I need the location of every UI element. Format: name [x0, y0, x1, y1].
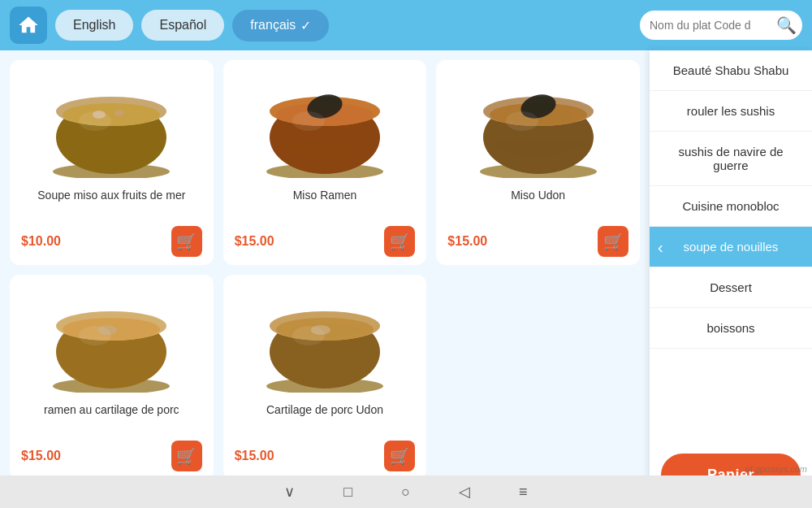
product-card-miso-mer: Soupe miso aux fruits de mer $10.00 🛒 — [10, 60, 214, 265]
nav-menu[interactable]: ≡ — [519, 484, 528, 501]
product-footer-miso-mer: $10.00 🛒 — [18, 223, 205, 257]
svg-point-7 — [79, 111, 111, 131]
home-button[interactable] — [10, 7, 47, 44]
search-input[interactable] — [650, 19, 771, 32]
product-card-cartilage-udon: Cartilage de porc Udon $15.00 🛒 — [223, 275, 427, 480]
product-card-miso-ramen: Miso Ramen $15.00 🛒 — [223, 60, 427, 265]
watermark: pt.gpossys.com — [745, 464, 807, 474]
menu-item-boissons[interactable]: boissons — [650, 308, 812, 349]
nav-bar: ∨ □ ○ ◁ ≡ — [0, 475, 812, 508]
svg-point-6 — [114, 110, 124, 116]
product-footer-ramen-cartilage: $15.00 🛒 — [18, 437, 205, 471]
product-card-miso-udon: Miso Udon $15.00 🛒 — [436, 60, 640, 265]
product-price-miso-ramen: $15.00 — [235, 234, 274, 249]
add-to-cart-cartilage-udon[interactable]: 🛒 — [384, 441, 415, 471]
sidebar: Beauté Shabu Shaburouler les sushissushi… — [650, 50, 812, 508]
product-image-ramen-cartilage — [42, 283, 180, 397]
product-footer-miso-ramen: $15.00 🛒 — [231, 223, 419, 257]
header: English Español français ✓ 🔍 — [0, 0, 812, 50]
espanol-lang-button[interactable]: Español — [141, 10, 224, 41]
francais-lang-button[interactable]: français ✓ — [232, 10, 329, 41]
product-price-cartilage-udon: $15.00 — [235, 449, 274, 463]
product-card-ramen-cartilage: ramen au cartilage de porc $15.00 🛒 — [10, 275, 214, 480]
menu-item-soupe-nouilles[interactable]: soupe de nouilles — [650, 227, 812, 267]
sidebar-menu: Beauté Shabu Shaburouler les sushissushi… — [650, 50, 812, 445]
menu-item-rouler-sushis[interactable]: rouler les sushis — [650, 91, 812, 132]
menu-item-cuisine-monobloc[interactable]: Cuisine monobloc — [650, 186, 812, 227]
svg-point-15 — [292, 111, 325, 131]
product-image-cartilage-udon — [256, 283, 394, 397]
home-icon — [17, 14, 40, 37]
product-price-miso-mer: $10.00 — [21, 234, 61, 249]
svg-point-37 — [292, 326, 325, 345]
english-lang-button[interactable]: English — [55, 10, 133, 41]
product-name-miso-mer: Soupe miso aux fruits de mer — [37, 189, 185, 218]
add-to-cart-miso-ramen[interactable]: 🛒 — [384, 226, 415, 257]
main-content: Soupe miso aux fruits de mer $10.00 🛒 — [0, 50, 812, 508]
product-name-miso-ramen: Miso Ramen — [293, 189, 357, 218]
product-name-ramen-cartilage: ramen au cartilage de porc — [44, 403, 179, 432]
search-icon[interactable]: 🔍 — [776, 15, 797, 35]
add-to-cart-miso-mer[interactable]: 🛒 — [171, 226, 202, 257]
product-grid: Soupe miso aux fruits de mer $10.00 🛒 — [10, 60, 640, 480]
search-box: 🔍 — [640, 11, 802, 40]
product-price-ramen-cartilage: $15.00 — [21, 449, 61, 463]
menu-item-sushis-navire[interactable]: sushis de navire de guerre — [650, 132, 812, 186]
product-name-cartilage-udon: Cartilage de porc Udon — [266, 403, 383, 432]
add-to-cart-ramen-cartilage[interactable]: 🛒 — [171, 441, 202, 471]
product-footer-cartilage-udon: $15.00 🛒 — [231, 437, 419, 471]
product-price-miso-udon: $15.00 — [447, 234, 487, 249]
nav-square[interactable]: □ — [343, 484, 352, 501]
add-to-cart-miso-udon[interactable]: 🛒 — [598, 226, 628, 257]
nav-back[interactable]: ◁ — [459, 483, 470, 501]
nav-circle[interactable]: ○ — [401, 484, 410, 501]
product-image-miso-ramen — [256, 68, 394, 182]
product-name-miso-udon: Miso Udon — [511, 189, 565, 218]
svg-point-23 — [506, 111, 538, 131]
menu-item-beaute-shabu[interactable]: Beauté Shabu Shabu — [650, 50, 812, 91]
svg-point-30 — [79, 326, 111, 345]
product-image-miso-mer — [42, 68, 180, 182]
product-area: Soupe miso aux fruits de mer $10.00 🛒 — [0, 50, 650, 508]
product-image-miso-udon — [469, 68, 607, 182]
menu-item-dessert[interactable]: Dessert — [650, 267, 812, 308]
check-icon: ✓ — [300, 18, 311, 33]
francais-label: français — [250, 18, 296, 33]
product-footer-miso-udon: $15.00 🛒 — [444, 223, 632, 257]
nav-down[interactable]: ∨ — [284, 483, 295, 501]
